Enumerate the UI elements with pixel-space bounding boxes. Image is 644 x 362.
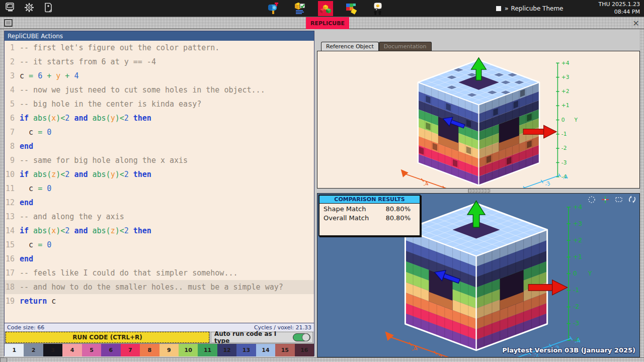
- palette-swatch-10[interactable]: 10: [179, 344, 198, 356]
- svg-text:Y: Y: [588, 269, 592, 277]
- code-line[interactable]: 9-- same for big hole along the x axis: [5, 153, 314, 167]
- code-line[interactable]: 13-- and along the y axis: [5, 210, 314, 224]
- palette-swatch-12[interactable]: 12: [217, 344, 236, 356]
- tab-documentation[interactable]: Documentation: [379, 42, 432, 51]
- reference-view[interactable]: +4+3+2+10Y-1-2-3-4-4-3-2-10-4-3: [317, 51, 640, 189]
- palette-swatch-13[interactable]: 13: [236, 344, 256, 356]
- code-line[interactable]: 15 c = 0: [5, 238, 314, 252]
- code-line[interactable]: 18-- and how to do the smaller holes.. m…: [5, 280, 314, 294]
- splitter-grip[interactable]: [468, 189, 490, 193]
- palette-swatch-15[interactable]: 15: [275, 344, 294, 356]
- svg-text:-3: -3: [544, 180, 551, 188]
- autorun-toggle[interactable]: [293, 333, 311, 341]
- autorun-label: Auto run code as I type: [214, 330, 293, 344]
- selection-circle-icon[interactable]: [587, 195, 596, 204]
- line-number: 13: [5, 210, 20, 224]
- window-menu-box[interactable]: [4, 19, 13, 27]
- svg-text:-1: -1: [561, 131, 567, 137]
- code-line[interactable]: 16end: [5, 252, 314, 266]
- palette-swatch-4[interactable]: 4: [62, 344, 82, 356]
- comparison-view[interactable]: +4+3+2+10Y-1-2-3-4-4-3-2-10-4-3 COMPARIS…: [317, 193, 640, 357]
- svg-text:+1: +1: [573, 253, 582, 260]
- palette-swatch-3[interactable]: 3: [43, 344, 62, 356]
- code-line[interactable]: 4-- now we just need to cut some holes i…: [5, 83, 314, 97]
- svg-text:0: 0: [561, 117, 565, 123]
- version-label: Playtest Version 03B (January 2025): [502, 346, 635, 354]
- svg-text:+3: +3: [573, 220, 582, 227]
- replicube-window: REPLICUBE ✕ RepliCUBE Actions 1-- first …: [0, 17, 644, 362]
- autorun-box: Auto run code as I type: [211, 332, 313, 343]
- palette-swatch-6[interactable]: 6: [101, 344, 120, 356]
- toggle-knob: [302, 333, 310, 341]
- code-line[interactable]: 17-- feels like I could do that simpler …: [5, 266, 314, 280]
- code-line[interactable]: 5-- big hole in the center is kinda easy…: [5, 97, 314, 111]
- code-line[interactable]: 2-- it starts from 6 at y == -4: [5, 55, 314, 69]
- palette-swatch-5[interactable]: 5: [82, 344, 101, 356]
- comparison-row: Overall Match80.80%: [319, 213, 420, 222]
- line-number: 19: [5, 294, 20, 308]
- window-bottom-border: [0, 357, 644, 362]
- window-right-border: [640, 29, 644, 357]
- code-line[interactable]: 10if abs(z)<2 and abs(y)<2 then: [5, 167, 314, 182]
- code-line[interactable]: 14if abs(x)<2 and abs(z)<2 then: [5, 224, 314, 238]
- svg-text:-3: -3: [561, 159, 567, 166]
- selection-box-icon[interactable]: [614, 195, 623, 204]
- run-code-button[interactable]: RUN CODE (CTRL+R): [6, 332, 209, 343]
- code-line[interactable]: 7 c = 0: [5, 125, 314, 139]
- code-editor-panel: RepliCUBE Actions 1-- first let's figure…: [4, 31, 314, 356]
- palette-swatch-1[interactable]: 1: [5, 344, 24, 356]
- code-editor[interactable]: 1-- first let's figure out the color pat…: [5, 41, 314, 323]
- palette-icon[interactable]: [344, 1, 359, 16]
- svg-text:-2: -2: [561, 145, 567, 151]
- svg-text:+2: +2: [573, 236, 582, 244]
- code-lines: 1-- first let's figure out the color pat…: [5, 41, 314, 308]
- line-number: 17: [5, 266, 20, 280]
- line-number: 5: [5, 97, 20, 111]
- gear-icon[interactable]: [24, 3, 34, 15]
- palette-swatch-16[interactable]: 16: [295, 344, 314, 356]
- theme-label[interactable]: Replicube Theme: [511, 5, 564, 12]
- window-left-border: [0, 29, 4, 357]
- svg-text:+3: +3: [561, 74, 570, 80]
- palette-swatch-7[interactable]: 7: [121, 344, 140, 356]
- comparison-results-box: COMPARISON RESULTS Shape Match80.80%Over…: [318, 195, 421, 236]
- line-number: 7: [5, 125, 20, 139]
- reference-cube-render[interactable]: +4+3+2+10Y-1-2-3-4-4-3-2-10-4-3: [395, 52, 594, 189]
- chat-icon[interactable]: [370, 1, 385, 16]
- replicube-app-icon[interactable]: [318, 1, 333, 16]
- code-line[interactable]: 19return c: [5, 294, 314, 308]
- svg-text:+2: +2: [561, 88, 570, 95]
- code-line[interactable]: 6if abs(x)<2 and abs(y)<2 then: [5, 111, 314, 125]
- palette-swatch-14[interactable]: 14: [256, 344, 275, 356]
- line-number: 4: [5, 83, 20, 97]
- tasks-icon[interactable]: [292, 1, 307, 16]
- palette-swatch-11[interactable]: 11: [198, 344, 217, 356]
- clock: THU 2025.1.2308:44 PM: [598, 1, 640, 16]
- svg-text:0: 0: [573, 269, 577, 277]
- line-number: 6: [5, 111, 20, 125]
- mailbox-icon[interactable]: [266, 1, 281, 16]
- svg-text:+4: +4: [561, 60, 570, 66]
- tab-reference-object[interactable]: Reference Object: [321, 42, 379, 51]
- code-line[interactable]: 3c = 6 + y + 4: [5, 69, 314, 83]
- svg-text:+4: +4: [573, 203, 582, 211]
- new-document-icon[interactable]: [43, 3, 53, 15]
- code-line[interactable]: 8end: [5, 139, 314, 153]
- code-line[interactable]: 1-- first let's figure out the color pat…: [5, 41, 314, 55]
- code-line[interactable]: 11 c = 0: [5, 182, 314, 196]
- move-axes-icon[interactable]: [601, 195, 609, 204]
- chevrons-icon: »: [505, 5, 508, 12]
- line-number: 11: [5, 182, 20, 196]
- computer-icon[interactable]: [5, 3, 15, 15]
- svg-text:-1: -1: [573, 286, 579, 294]
- resize-corner[interactable]: [0, 357, 7, 362]
- rotate-view-icon[interactable]: [628, 195, 636, 204]
- code-line[interactable]: 12end: [5, 196, 314, 210]
- line-number: 3: [5, 69, 20, 83]
- palette-swatch-8[interactable]: 8: [140, 344, 159, 356]
- window-titlebar[interactable]: REPLICUBE ✕: [0, 17, 644, 29]
- editor-header: RepliCUBE Actions: [5, 31, 314, 41]
- close-icon[interactable]: ✕: [631, 18, 641, 28]
- palette-swatch-9[interactable]: 9: [159, 344, 179, 356]
- palette-swatch-2[interactable]: 2: [24, 344, 43, 356]
